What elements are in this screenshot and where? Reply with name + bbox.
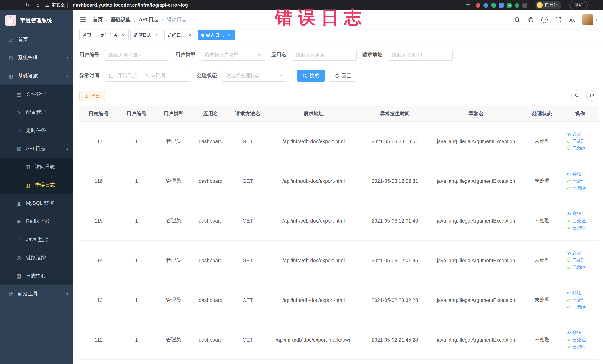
breadcrumb-item[interactable]: 基础设施 <box>111 16 131 23</box>
sidebar-item-error-log[interactable]: ▥错误日志 <box>0 176 73 194</box>
detail-link[interactable]: 详细 <box>567 329 597 336</box>
check-icon <box>567 305 571 309</box>
ignored-link[interactable]: 已忽略 <box>567 185 597 192</box>
processed-link[interactable]: 已处理 <box>567 177 597 185</box>
sidebar-item-log-center[interactable]: ▨日志中心 <box>0 267 73 285</box>
sidebar-item-infra[interactable]: ▦基础设施▴ <box>0 67 73 85</box>
cell-time: 2021-05-02 23:32:28 <box>361 280 429 320</box>
close-icon[interactable]: × <box>226 33 231 38</box>
refresh-button[interactable] <box>586 91 597 102</box>
sidebar-item-config[interactable]: ✎配置管理 <box>0 103 73 121</box>
browser-back-icon[interactable]: ← <box>4 0 10 10</box>
breadcrumb-item[interactable]: 首页 <box>93 16 103 23</box>
fullscreen-icon[interactable] <box>555 16 561 23</box>
ext-icon-4[interactable] <box>499 3 504 8</box>
process-status-select[interactable]: 请选择处理状态 <box>222 70 287 82</box>
profile-chip[interactable]: 已暂停 <box>535 1 561 9</box>
browser-home-icon[interactable]: ⌂ <box>35 0 41 10</box>
help-icon[interactable]: ? <box>542 16 548 23</box>
close-icon[interactable]: × <box>120 33 125 38</box>
processed-link[interactable]: 已处理 <box>567 217 597 224</box>
column-header: 用户编号 <box>118 106 155 121</box>
hamburger-icon[interactable] <box>79 16 87 23</box>
github-icon[interactable] <box>528 16 534 23</box>
detail-link[interactable]: 详细 <box>567 131 597 138</box>
processed-link[interactable]: 已处理 <box>567 138 597 145</box>
check-icon <box>567 218 571 223</box>
close-icon[interactable]: × <box>188 33 193 38</box>
processed-label: 已处理 <box>572 138 586 145</box>
font-size-icon[interactable] <box>568 16 575 23</box>
user-type-select[interactable]: 请选择用户类型 <box>201 49 266 61</box>
request-url-input[interactable] <box>388 49 452 61</box>
chevron-down-icon <box>257 52 262 58</box>
detail-link[interactable]: 详细 <box>567 289 597 296</box>
sidebar-item-file[interactable]: ▤文件管理 <box>0 85 73 103</box>
ext-icon-6[interactable] <box>514 3 519 8</box>
ignored-link[interactable]: 已忽略 <box>567 145 597 152</box>
browser-forward-icon[interactable]: → <box>14 0 20 10</box>
sidebar-item-dev-tools[interactable]: ⚒研发工具▾ <box>0 285 73 303</box>
user-id-input[interactable] <box>104 49 169 61</box>
sidebar-item-mysql[interactable]: ▣MySQL 监控 <box>0 194 73 212</box>
detail-link[interactable]: 详细 <box>567 250 597 257</box>
breadcrumb-item[interactable]: API 日志 <box>139 16 159 23</box>
search-button[interactable]: 搜索 <box>297 70 325 82</box>
export-button[interactable]: 导出 <box>79 91 105 101</box>
bookmark-star-icon[interactable]: ☆ <box>465 0 471 10</box>
tab-2[interactable]: 调度日志× <box>130 30 162 40</box>
detail-link[interactable]: 详细 <box>567 210 597 217</box>
ext-icon-on-badge[interactable]: on <box>507 3 511 8</box>
ext-icon-7[interactable] <box>522 3 527 8</box>
cell-exception: java.lang.IllegalArgumentException <box>429 121 523 161</box>
ext-icon-1[interactable] <box>475 3 480 8</box>
logo-rabbit-icon <box>5 15 16 26</box>
reset-button[interactable]: 重置 <box>329 70 357 82</box>
tab-4[interactable]: 错误日志× <box>198 30 235 40</box>
sidebar-item-access-log[interactable]: ▥访问日志 <box>0 158 73 176</box>
filter-label: 用户类型 <box>175 52 195 58</box>
sidebar-item-api-log[interactable]: ▧API 日志▴ <box>0 140 73 158</box>
sidebar: 芋道管理系统 ⌂首页⚙系统管理▾▦基础设施▴▤文件管理✎配置管理◷定时任务▧AP… <box>0 10 73 364</box>
tab-3[interactable]: 访问日志× <box>164 30 196 40</box>
processed-link[interactable]: 已处理 <box>567 296 597 304</box>
ignored-link[interactable]: 已忽略 <box>567 264 597 271</box>
sidebar-item-java[interactable]: ♨Java 监控 <box>0 230 73 248</box>
app-name-input[interactable] <box>291 49 357 61</box>
detail-label: 详细 <box>572 329 581 336</box>
cell-id: 114 <box>79 240 118 280</box>
ext-icon-3[interactable] <box>491 3 496 8</box>
processed-link[interactable]: 已处理 <box>567 257 597 264</box>
access-log-icon: ▥ <box>24 164 31 170</box>
tab-1[interactable]: 定时任务× <box>97 30 129 40</box>
logo-link[interactable]: 芋道管理系统 <box>0 10 73 30</box>
ignored-link[interactable]: 已忽略 <box>567 343 597 350</box>
detail-link[interactable]: 详细 <box>567 170 597 177</box>
chevron-up-icon: ▴ <box>66 146 68 151</box>
search-icon[interactable] <box>514 16 521 23</box>
update-button[interactable]: 更新 <box>569 1 588 9</box>
sidebar-item-home[interactable]: ⌂首页 <box>0 30 73 48</box>
user-menu[interactable]: ▾ <box>582 14 597 25</box>
sidebar-item-job[interactable]: ◷定时任务 <box>0 121 73 140</box>
url-text[interactable]: dashboard.yudao.iocoder.cn/infra/log/api… <box>73 3 188 8</box>
sidebar-item-redis[interactable]: ◈Redis 监控 <box>0 212 73 230</box>
check-icon <box>567 139 571 143</box>
ignored-link[interactable]: 已忽略 <box>567 224 597 231</box>
search-toggle-button[interactable] <box>571 91 582 102</box>
tab-0[interactable]: 首页 <box>79 30 95 40</box>
sidebar-item-trace[interactable]: ◎链路追踪 <box>0 248 73 267</box>
trace-icon: ◎ <box>16 255 22 260</box>
table-toolbar: 导出 <box>79 91 597 102</box>
date-range-picker[interactable]: 开始日期 - 结束日期 <box>104 70 191 82</box>
ext-icon-2[interactable] <box>483 3 488 8</box>
tab-label: 调度日志 <box>134 32 152 38</box>
security-indicator[interactable]: ⚠ 不安全 | <box>45 2 68 8</box>
browser-menu-icon[interactable]: ⋮ <box>594 2 600 8</box>
processed-link[interactable]: 已处理 <box>567 336 597 343</box>
browser-reload-icon[interactable]: ↻ <box>24 0 30 10</box>
close-icon[interactable]: × <box>154 33 159 38</box>
ignored-link[interactable]: 已忽略 <box>567 304 597 311</box>
column-header: 请求地址 <box>266 106 361 121</box>
sidebar-item-system[interactable]: ⚙系统管理▾ <box>0 48 73 67</box>
